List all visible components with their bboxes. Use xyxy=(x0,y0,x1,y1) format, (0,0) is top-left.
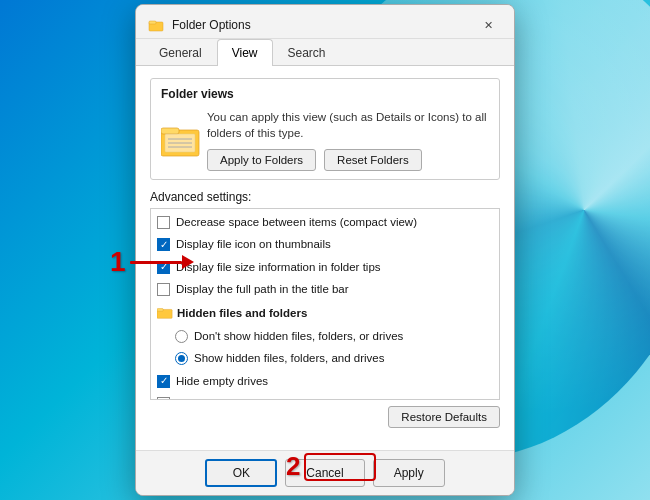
setting-label: Don't show hidden files, folders, or dri… xyxy=(194,327,403,345)
tab-view[interactable]: View xyxy=(217,39,273,66)
list-item[interactable]: ✓ Display file icon on thumbnails xyxy=(151,233,499,255)
settings-list-container[interactable]: Decrease space between items (compact vi… xyxy=(150,208,500,400)
dialog-overlay: Folder Options ✕ General View Search Fol… xyxy=(0,0,650,500)
svg-rect-1 xyxy=(149,21,156,24)
list-item[interactable]: Decrease space between items (compact vi… xyxy=(151,211,499,233)
restore-defaults-button[interactable]: Restore Defaults xyxy=(388,406,500,428)
tabs-container: General View Search xyxy=(136,39,514,66)
title-bar-left: Folder Options xyxy=(148,17,251,33)
dialog-title: Folder Options xyxy=(172,18,251,32)
radio-button xyxy=(175,330,188,343)
title-bar: Folder Options ✕ xyxy=(136,5,514,39)
bottom-buttons: OK Cancel Apply xyxy=(136,450,514,495)
list-item[interactable]: ✓ Hide empty drives xyxy=(151,370,499,392)
checkbox xyxy=(157,216,170,229)
close-button[interactable]: ✕ xyxy=(474,14,502,36)
reset-folders-button[interactable]: Reset Folders xyxy=(324,149,422,171)
folder-views-title: Folder views xyxy=(161,87,489,101)
setting-label: Hide extensions for known file types xyxy=(176,394,359,400)
title-controls: ✕ xyxy=(474,14,502,36)
group-label-text: Hidden files and folders xyxy=(177,304,307,322)
folder-icon xyxy=(161,122,197,158)
advanced-settings-label: Advanced settings: xyxy=(150,190,500,204)
restore-row: Restore Defaults xyxy=(150,406,500,428)
setting-label: Display the full path in the title bar xyxy=(176,280,349,298)
tab-general[interactable]: General xyxy=(144,39,217,66)
radio-button-selected xyxy=(175,352,188,365)
folder-views-content: You can apply this view (such as Details… xyxy=(161,109,489,171)
checkbox xyxy=(157,397,170,400)
apply-button[interactable]: Apply xyxy=(373,459,445,487)
svg-rect-9 xyxy=(157,308,163,311)
setting-label: Hide empty drives xyxy=(176,372,268,390)
folder-views-description-area: You can apply this view (such as Details… xyxy=(207,109,489,171)
setting-label: Show hidden files, folders, and drives xyxy=(194,349,385,367)
apply-to-folders-button[interactable]: Apply to Folders xyxy=(207,149,316,171)
folder-views-buttons: Apply to Folders Reset Folders xyxy=(207,149,489,171)
folder-views-description: You can apply this view (such as Details… xyxy=(207,109,489,141)
setting-label: Display file icon on thumbnails xyxy=(176,235,331,253)
folder-options-dialog: Folder Options ✕ General View Search Fol… xyxy=(135,4,515,496)
settings-list: Decrease space between items (compact vi… xyxy=(151,209,499,400)
list-item[interactable]: Display the full path in the title bar xyxy=(151,278,499,300)
list-item[interactable]: ✓ Display file size information in folde… xyxy=(151,256,499,278)
setting-label: Display file size information in folder … xyxy=(176,258,381,276)
folder-views-section: Folder views You can apply thi xyxy=(150,78,500,180)
tab-search[interactable]: Search xyxy=(273,39,341,66)
ok-button[interactable]: OK xyxy=(205,459,277,487)
checkbox-checked: ✓ xyxy=(157,238,170,251)
list-item[interactable]: Don't show hidden files, folders, or dri… xyxy=(151,325,499,347)
checkbox xyxy=(157,283,170,296)
list-item[interactable]: Hide extensions for known file types xyxy=(151,392,499,400)
dialog-body: Folder views You can apply thi xyxy=(136,66,514,450)
checkbox-checked: ✓ xyxy=(157,375,170,388)
cancel-button[interactable]: Cancel xyxy=(285,459,364,487)
list-item[interactable]: Show hidden files, folders, and drives xyxy=(151,347,499,369)
dialog-icon xyxy=(148,17,164,33)
settings-group-label: Hidden files and folders xyxy=(151,301,499,325)
setting-label: Decrease space between items (compact vi… xyxy=(176,213,417,231)
checkbox-checked: ✓ xyxy=(157,261,170,274)
svg-rect-3 xyxy=(161,128,179,134)
